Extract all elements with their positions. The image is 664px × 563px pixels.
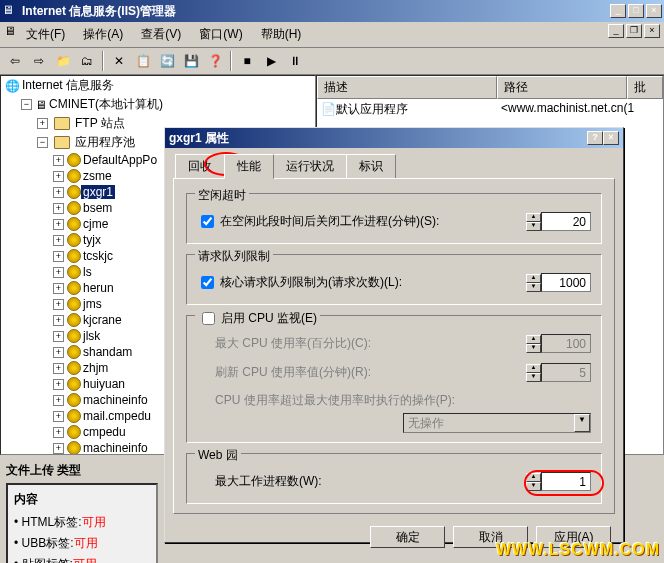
spin-down[interactable]: ▼ xyxy=(526,283,541,292)
input-idle[interactable] xyxy=(541,212,591,231)
spin-up[interactable]: ▲ xyxy=(526,213,541,222)
tree-toggle[interactable]: + xyxy=(53,235,64,246)
tab-performance[interactable]: 性能 xyxy=(224,154,274,179)
spin-down[interactable]: ▼ xyxy=(526,222,541,231)
refresh-button[interactable]: 🔄 xyxy=(156,50,178,72)
mdi-restore[interactable]: ❐ xyxy=(626,24,642,38)
tree-pool[interactable]: machineinfo xyxy=(81,393,150,407)
list-row[interactable]: 📄默认应用程序 <www.machinist.net.cn(1 xyxy=(317,99,663,120)
tree-pool[interactable]: cmpedu xyxy=(81,425,128,439)
menu-file[interactable]: 文件(F) xyxy=(18,24,73,45)
gear-icon xyxy=(67,425,81,439)
menu-view[interactable]: 查看(V) xyxy=(133,24,189,45)
dialog-close-button[interactable]: × xyxy=(603,131,619,145)
tree-root[interactable]: Internet 信息服务 xyxy=(20,77,116,94)
tree-toggle[interactable]: + xyxy=(53,411,64,422)
mdi-close[interactable]: × xyxy=(644,24,660,38)
tree-pool[interactable]: mail.cmpedu xyxy=(81,409,153,423)
gear-icon xyxy=(67,265,81,279)
list-item: 贴图标签:可用 xyxy=(14,554,150,563)
checkbox-cpu[interactable] xyxy=(202,312,215,325)
tree-toggle[interactable]: − xyxy=(37,137,48,148)
mdi-minimize[interactable]: _ xyxy=(608,24,624,38)
minimize-button[interactable]: _ xyxy=(610,4,626,18)
tree-pool[interactable]: herun xyxy=(81,281,116,295)
app-icon: 🖥 xyxy=(2,3,18,19)
tree-toggle[interactable]: + xyxy=(53,315,64,326)
properties-button[interactable]: 📋 xyxy=(132,50,154,72)
tree-toggle[interactable]: + xyxy=(53,251,64,262)
tree-toggle[interactable]: − xyxy=(21,99,32,110)
label-idle: 在空闲此段时间后关闭工作进程(分钟)(S): xyxy=(220,213,526,230)
tree-pool[interactable]: cjme xyxy=(81,217,110,231)
tree-toggle[interactable]: + xyxy=(53,283,64,294)
tree-pool[interactable]: bsem xyxy=(81,201,114,215)
tree-toggle[interactable]: + xyxy=(53,171,64,182)
maximize-button[interactable]: □ xyxy=(628,4,644,18)
tree-toggle[interactable]: + xyxy=(37,118,48,129)
tree-pool[interactable]: zhjm xyxy=(81,361,110,375)
tree-computer[interactable]: CMINET(本地计算机) xyxy=(47,96,165,113)
input-maxproc[interactable] xyxy=(541,472,591,491)
tree-pool[interactable]: DefaultAppPo xyxy=(81,153,159,167)
ok-button[interactable]: 确定 xyxy=(370,526,445,548)
close-button[interactable]: × xyxy=(646,4,662,18)
export-button[interactable]: 💾 xyxy=(180,50,202,72)
spin-up: ▲ xyxy=(526,335,541,344)
checkbox-queue[interactable] xyxy=(201,276,214,289)
tree-toggle[interactable]: + xyxy=(53,331,64,342)
tree-pool[interactable]: zsme xyxy=(81,169,114,183)
col-description[interactable]: 描述 xyxy=(317,76,497,99)
menu-action[interactable]: 操作(A) xyxy=(75,24,131,45)
tab-identity[interactable]: 标识 xyxy=(346,154,396,178)
tree-toggle[interactable]: + xyxy=(53,187,64,198)
stop-button[interactable]: ■ xyxy=(236,50,258,72)
tree-pool[interactable]: tcskjc xyxy=(81,249,115,263)
tree-pool[interactable]: shandam xyxy=(81,345,134,359)
forward-button[interactable]: ⇨ xyxy=(28,50,50,72)
views-button[interactable]: 🗂 xyxy=(76,50,98,72)
checkbox-idle[interactable] xyxy=(201,215,214,228)
tree-pool[interactable]: kjcrane xyxy=(81,313,124,327)
tree-toggle[interactable]: + xyxy=(53,155,64,166)
app-icon: 📄 xyxy=(321,102,336,116)
tree-pool[interactable]: jlsk xyxy=(81,329,102,343)
tree-toggle[interactable]: + xyxy=(53,299,64,310)
help-button[interactable]: ❓ xyxy=(204,50,226,72)
tree-toggle[interactable]: + xyxy=(53,267,64,278)
tree-pool[interactable]: tyjx xyxy=(81,233,103,247)
tree-pool[interactable]: huiyuan xyxy=(81,377,127,391)
pause-button[interactable]: ⏸ xyxy=(284,50,306,72)
spin-up[interactable]: ▲ xyxy=(526,274,541,283)
delete-button[interactable]: ✕ xyxy=(108,50,130,72)
tree-pool-selected[interactable]: gxgr1 xyxy=(81,185,115,199)
tree-toggle[interactable]: + xyxy=(53,395,64,406)
play-button[interactable]: ▶ xyxy=(260,50,282,72)
col-status[interactable]: 批 xyxy=(627,76,663,99)
tree-toggle[interactable]: + xyxy=(53,379,64,390)
up-button[interactable]: 📁 xyxy=(52,50,74,72)
dialog-help-button[interactable]: ? xyxy=(587,131,603,145)
spin-down[interactable]: ▼ xyxy=(526,482,541,491)
tree-toggle[interactable]: + xyxy=(53,443,64,454)
tree-toggle[interactable]: + xyxy=(53,203,64,214)
tab-health[interactable]: 运行状况 xyxy=(273,154,347,178)
tree-pool[interactable]: jms xyxy=(81,297,104,311)
tree-pool[interactable]: ls xyxy=(81,265,94,279)
gear-icon xyxy=(67,201,81,215)
tab-recycle[interactable]: 回收 xyxy=(175,154,225,178)
tree-pool[interactable]: machineinfo xyxy=(81,441,150,455)
tree-apppool[interactable]: 应用程序池 xyxy=(73,134,137,151)
tree-toggle[interactable]: + xyxy=(53,219,64,230)
tree-ftp[interactable]: FTP 站点 xyxy=(73,115,127,132)
gear-icon xyxy=(67,313,81,327)
spin-up[interactable]: ▲ xyxy=(526,473,541,482)
col-path[interactable]: 路径 xyxy=(497,76,627,99)
menu-window[interactable]: 窗口(W) xyxy=(191,24,250,45)
tree-toggle[interactable]: + xyxy=(53,347,64,358)
input-queue[interactable] xyxy=(541,273,591,292)
tree-toggle[interactable]: + xyxy=(53,427,64,438)
tree-toggle[interactable]: + xyxy=(53,363,64,374)
back-button[interactable]: ⇦ xyxy=(4,50,26,72)
menu-help[interactable]: 帮助(H) xyxy=(253,24,310,45)
